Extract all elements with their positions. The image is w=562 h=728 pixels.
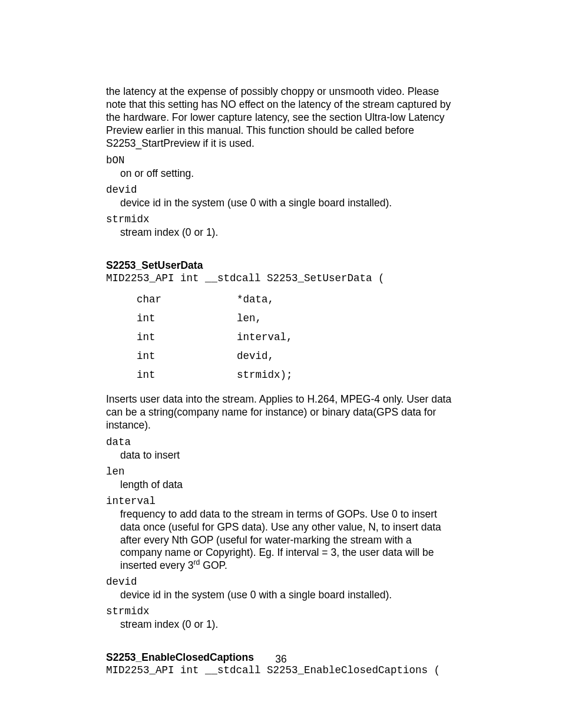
function-args-table: char*data, intlen, intinterval, intdevid… xyxy=(137,291,293,384)
param-data: data data to insert xyxy=(106,436,456,462)
param-desc: device id in the system (use 0 with a si… xyxy=(120,589,456,602)
param-name: interval xyxy=(106,495,456,508)
param-desc: data to insert xyxy=(120,449,456,462)
arg-type: char xyxy=(137,291,237,309)
param-desc: length of data xyxy=(120,479,456,492)
param-strmidx: strmidx stream index (0 or 1). xyxy=(106,213,456,239)
arg-type: int xyxy=(137,328,237,347)
arg-type: int xyxy=(137,366,237,385)
param-name: len xyxy=(106,466,456,479)
ordinal-superscript: rd xyxy=(194,558,200,566)
arg-type: int xyxy=(137,347,237,366)
param-name: devid xyxy=(106,576,456,589)
param-len: len length of data xyxy=(106,466,456,492)
param-name: strmidx xyxy=(106,605,456,618)
param-name: devid xyxy=(106,184,456,197)
param-devid: devid device id in the system (use 0 wit… xyxy=(106,184,456,210)
arg-name: *data, xyxy=(237,291,293,309)
param-desc: stream index (0 or 1). xyxy=(120,226,456,239)
param-bON: bON on or off setting. xyxy=(106,154,456,180)
param-desc: on or off setting. xyxy=(120,167,456,180)
function-heading-setuserdata: S2253_SetUserData xyxy=(106,259,456,272)
param-strmidx: strmidx stream index (0 or 1). xyxy=(106,605,456,631)
table-row: intstrmidx); xyxy=(137,366,293,385)
function-signature-head: MID2253_API int __stdcall S2253_SetUserD… xyxy=(106,272,456,285)
param-name: strmidx xyxy=(106,213,456,226)
page-number: 36 xyxy=(0,653,562,666)
param-interval: interval frequency to add data to the st… xyxy=(106,495,456,572)
arg-name: devid, xyxy=(237,347,293,366)
table-row: intinterval, xyxy=(137,328,293,347)
arg-name: interval, xyxy=(237,328,293,347)
table-row: intlen, xyxy=(137,309,293,328)
table-row: intdevid, xyxy=(137,347,293,366)
param-devid: devid device id in the system (use 0 wit… xyxy=(106,576,456,602)
table-row: char*data, xyxy=(137,291,293,309)
arg-name: strmidx); xyxy=(237,366,293,385)
function-description: Inserts user data into the stream. Appli… xyxy=(106,393,456,432)
document-page: the latency at the expense of possibly c… xyxy=(0,0,562,728)
arg-type: int xyxy=(137,309,237,328)
param-desc: stream index (0 or 1). xyxy=(120,618,456,631)
param-desc: frequency to add data to the stream in t… xyxy=(120,508,456,572)
param-desc: device id in the system (use 0 with a si… xyxy=(120,197,456,210)
param-desc-post: GOP. xyxy=(200,559,227,571)
intro-paragraph: the latency at the expense of possibly c… xyxy=(106,85,456,150)
arg-name: len, xyxy=(237,309,293,328)
param-name: bON xyxy=(106,154,456,167)
param-name: data xyxy=(106,436,456,449)
param-desc-pre: frequency to add data to the stream in t… xyxy=(120,508,441,572)
